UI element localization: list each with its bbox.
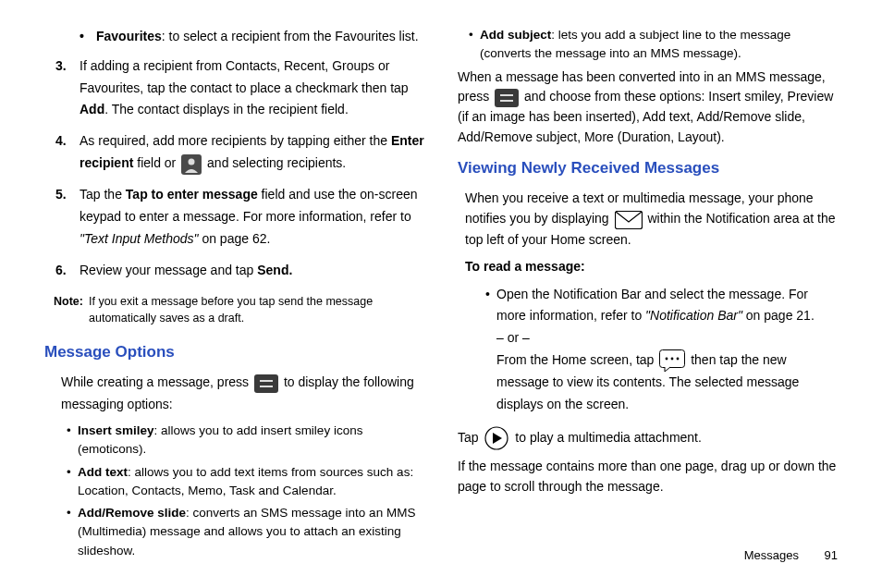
svg-rect-4 — [260, 386, 273, 387]
option-add-remove-slide: • Add/Remove slide: converts an SMS mess… — [67, 504, 424, 560]
svg-point-1 — [189, 158, 195, 165]
right-column: • Add subject: lets you add a subject li… — [458, 26, 838, 564]
step-body: Review your message and tap Send. — [80, 260, 424, 282]
step-number: 4. — [55, 130, 80, 175]
svg-rect-3 — [260, 380, 273, 382]
step-6: 6. Review your message and tap Send. — [55, 260, 424, 282]
step-4: 4. As required, add more recipients by t… — [55, 130, 424, 175]
mms-para: When a message has been converted into i… — [458, 67, 838, 148]
footer-section: Messages — [744, 548, 799, 562]
svg-rect-5 — [495, 89, 519, 107]
step-body: If adding a recipient from Contacts, Rec… — [80, 55, 424, 121]
footer-page-number: 91 — [825, 548, 838, 562]
bullet-text: Favourites: to select a recipient from t… — [96, 26, 424, 48]
note-text: If you exit a message before you tap sen… — [89, 294, 424, 326]
scroll-para: If the message contains more than one pa… — [458, 457, 838, 496]
svg-rect-7 — [500, 100, 513, 102]
bullet-dot: • — [80, 26, 96, 48]
heading-viewing-messages: Viewing Newly Received Messages — [458, 155, 838, 182]
note-block: Note: If you exit a message before you t… — [54, 294, 424, 326]
envelope-icon — [615, 209, 643, 229]
message-app-icon — [659, 349, 685, 372]
step-5: 5. Tap the Tap to enter message field an… — [55, 184, 424, 250]
read-step-1: • Open the Notification Bar and select t… — [485, 284, 838, 416]
note-label: Note: — [54, 294, 89, 326]
step-3: 3. If adding a recipient from Contacts, … — [55, 55, 424, 121]
menu-icon — [254, 373, 278, 395]
msgopt-intro: While creating a message, press to displ… — [61, 372, 424, 416]
bullet-favourites: • Favourites: to select a recipient from… — [80, 26, 424, 48]
play-icon — [484, 425, 509, 451]
step-number: 6. — [55, 260, 80, 282]
svg-rect-2 — [254, 374, 278, 393]
option-insert-smiley: • Insert smiley: allows you to add inser… — [67, 422, 424, 459]
svg-point-11 — [671, 358, 674, 361]
view-intro: When you receive a text or multimedia me… — [465, 188, 838, 251]
option-add-text: • Add text: allows you to add text items… — [67, 463, 424, 501]
play-para: Tap to play a multimedia attachment. — [458, 425, 838, 451]
svg-rect-6 — [500, 94, 513, 96]
left-column: • Favourites: to select a recipient from… — [44, 26, 424, 564]
svg-point-12 — [677, 358, 680, 361]
step-number: 3. — [55, 55, 80, 121]
page-content: • Favourites: to select a recipient from… — [0, 0, 882, 588]
heading-message-options: Message Options — [44, 339, 424, 366]
svg-point-10 — [666, 358, 668, 361]
menu-icon — [495, 88, 519, 108]
contact-icon — [181, 153, 202, 175]
to-read-label: To read a message: — [465, 256, 838, 278]
step-body: Tap the Tap to enter message field and u… — [80, 184, 424, 250]
option-add-subject: • Add subject: lets you add a subject li… — [469, 26, 838, 64]
step-body: As required, add more recipients by tapp… — [80, 130, 424, 175]
step-number: 5. — [55, 184, 80, 250]
page-footer: Messages 91 — [744, 545, 838, 566]
